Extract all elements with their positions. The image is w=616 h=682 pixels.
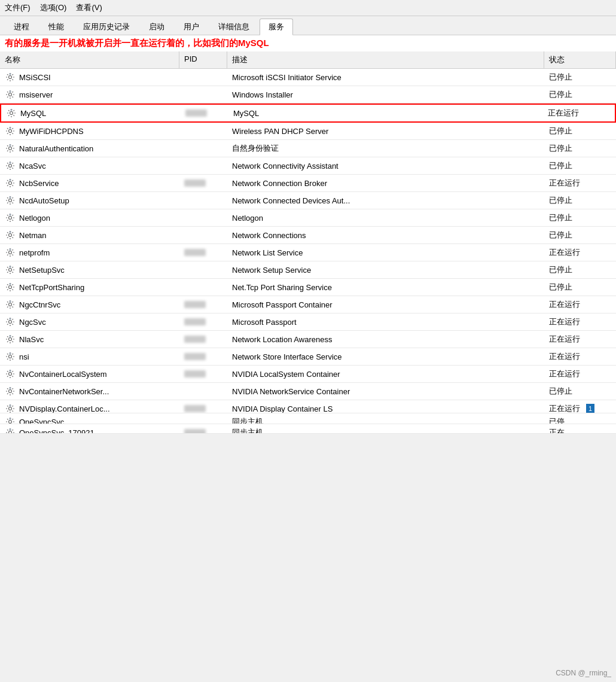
cell-pid bbox=[179, 232, 227, 238]
cell-status: 正在 bbox=[544, 424, 616, 434]
service-name: NetTcpPortSharing bbox=[19, 283, 84, 292]
table-row[interactable]: NvContainerLocalSystemNVIDIA LocalSystem… bbox=[0, 366, 616, 383]
svg-point-9 bbox=[9, 234, 12, 237]
service-name: netprofm bbox=[19, 248, 50, 257]
cell-name: NVDisplay.ContainerLoc... bbox=[0, 400, 179, 413]
table-row[interactable]: OneSyncSvc同步主机已停 bbox=[0, 413, 616, 424]
cell-pid bbox=[179, 215, 227, 221]
cell-name: OneSyncSvc bbox=[0, 413, 179, 424]
svg-point-20 bbox=[9, 421, 12, 424]
table-row[interactable]: NetlogonNetlogon已停止 bbox=[0, 209, 616, 227]
cell-desc: Wireless PAN DHCP Server bbox=[227, 124, 544, 139]
gear-icon bbox=[5, 247, 16, 258]
table-row[interactable]: NVDisplay.ContainerLoc...NVIDIA Display … bbox=[0, 400, 616, 413]
menu-view[interactable]: 查看(V) bbox=[76, 2, 102, 13]
cell-status: 已停止 bbox=[544, 123, 616, 139]
cell-status: 已停止 bbox=[544, 69, 616, 86]
table-row[interactable]: netprofmNetwork List Service正在运行 bbox=[0, 244, 616, 261]
cell-pid bbox=[179, 246, 227, 259]
cell-desc: Network Connection Broker bbox=[227, 176, 544, 191]
cell-status: 正在运行 bbox=[544, 175, 616, 191]
tab-启动[interactable]: 启动 bbox=[140, 19, 173, 35]
svg-point-21 bbox=[9, 431, 12, 434]
cell-status: 已停止 bbox=[544, 86, 616, 103]
tab-性能[interactable]: 性能 bbox=[39, 19, 73, 35]
pid-value-blurred bbox=[184, 405, 206, 412]
cell-name: nsi bbox=[0, 348, 179, 365]
cell-pid bbox=[179, 128, 227, 134]
table-row[interactable]: NvContainerNetworkSer...NVIDIA NetworkSe… bbox=[0, 383, 616, 400]
svg-point-15 bbox=[9, 338, 12, 341]
gear-icon bbox=[5, 143, 16, 154]
table-row[interactable]: NgcSvcMicrosoft Passport正在运行 bbox=[0, 313, 616, 331]
svg-point-5 bbox=[9, 165, 12, 168]
watermark: CSDN @_rming_ bbox=[556, 669, 611, 677]
tab-用户[interactable]: 用户 bbox=[175, 19, 208, 35]
service-name: OneSyncSvc_170921 bbox=[19, 428, 94, 434]
table-row[interactable]: NcbServiceNetwork Connection Broker正在运行 bbox=[0, 175, 616, 192]
table-body: MSiSCSIMicrosoft iSCSI Initiator Service… bbox=[0, 69, 616, 434]
cell-desc: Netlogon bbox=[227, 211, 544, 226]
cell-status: 已停止 bbox=[544, 157, 616, 174]
cell-name: NgcSvc bbox=[0, 313, 179, 330]
cell-status: 已停 bbox=[544, 413, 616, 424]
svg-point-17 bbox=[9, 373, 12, 376]
pid-value-blurred bbox=[184, 249, 206, 256]
tab-详细信息[interactable]: 详细信息 bbox=[209, 19, 258, 35]
tab-应用历史记录[interactable]: 应用历史记录 bbox=[74, 19, 139, 35]
cell-pid bbox=[179, 350, 227, 363]
table-row[interactable]: NetSetupSvcNetwork Setup Service已停止 bbox=[0, 261, 616, 279]
table-row[interactable]: MyWiFiDHCPDNSWireless PAN DHCP Server已停止 bbox=[0, 123, 616, 140]
service-name: NlaSvc bbox=[19, 335, 44, 344]
gear-icon bbox=[5, 282, 16, 293]
table-row[interactable]: NcaSvcNetwork Connectivity Assistant已停止 bbox=[0, 157, 616, 175]
pid-value-blurred bbox=[184, 429, 206, 434]
gear-icon bbox=[5, 351, 16, 362]
gear-icon bbox=[5, 72, 16, 83]
cell-desc: Microsoft Passport Container bbox=[227, 297, 544, 312]
gear-icon bbox=[5, 178, 16, 188]
cell-desc: Network Connectivity Assistant bbox=[227, 159, 544, 173]
cell-pid bbox=[179, 284, 227, 290]
svg-point-18 bbox=[9, 390, 12, 393]
cell-desc: Network List Service bbox=[227, 245, 544, 260]
table-row[interactable]: NetTcpPortSharingNet.Tcp Port Sharing Se… bbox=[0, 279, 616, 296]
cell-pid bbox=[179, 176, 227, 190]
tab-服务[interactable]: 服务 bbox=[260, 19, 293, 35]
pid-value-blurred bbox=[184, 336, 206, 343]
cell-name: NvContainerNetworkSer... bbox=[0, 383, 179, 400]
table-row[interactable]: MSiSCSIMicrosoft iSCSI Initiator Service… bbox=[0, 69, 616, 86]
table-row[interactable]: NcdAutoSetupNetwork Connected Devices Au… bbox=[0, 192, 616, 209]
gear-icon bbox=[5, 160, 16, 171]
cell-status: 已停止 bbox=[544, 261, 616, 278]
service-name: MSiSCSI bbox=[19, 73, 51, 82]
table-row[interactable]: NlaSvcNetwork Location Awareness正在运行 bbox=[0, 331, 616, 348]
pid-value-blurred bbox=[184, 353, 206, 360]
gear-icon bbox=[5, 416, 16, 424]
cell-name: NetSetupSvc bbox=[0, 261, 179, 278]
svg-point-13 bbox=[9, 303, 12, 306]
tab-进程[interactable]: 进程 bbox=[5, 19, 38, 35]
cell-pid bbox=[179, 402, 227, 413]
cell-desc: Network Connected Devices Aut... bbox=[227, 193, 544, 208]
cell-pid bbox=[179, 333, 227, 346]
table-row[interactable]: NgcCtnrSvcMicrosoft Passport Container正在… bbox=[0, 296, 616, 313]
cell-pid bbox=[179, 197, 227, 203]
cell-desc: NVIDIA LocalSystem Container bbox=[227, 367, 544, 382]
table-row[interactable]: NaturalAuthentication自然身份验证已停止 bbox=[0, 140, 616, 157]
cell-pid bbox=[179, 426, 227, 434]
table-row[interactable]: MySQLMySQL正在运行 bbox=[0, 103, 616, 123]
cell-status: 正在运行 bbox=[543, 105, 615, 121]
service-name: NcaSvc bbox=[19, 162, 46, 170]
table-row[interactable]: NetmanNetwork Connections已停止 bbox=[0, 227, 616, 244]
pid-value-blurred bbox=[184, 370, 206, 377]
svg-point-19 bbox=[9, 407, 12, 410]
svg-point-10 bbox=[9, 251, 12, 254]
cell-name: netprofm bbox=[0, 244, 179, 261]
table-row[interactable]: nsiNetwork Store Interface Service正在运行 bbox=[0, 348, 616, 366]
cell-pid bbox=[179, 74, 227, 80]
menu-file[interactable]: 文件(F) bbox=[5, 2, 31, 13]
menu-options[interactable]: 选项(O) bbox=[40, 2, 67, 13]
table-row[interactable]: msiserverWindows Installer已停止 bbox=[0, 86, 616, 103]
table-row[interactable]: OneSyncSvc_170921同步主机_正在 bbox=[0, 424, 616, 434]
